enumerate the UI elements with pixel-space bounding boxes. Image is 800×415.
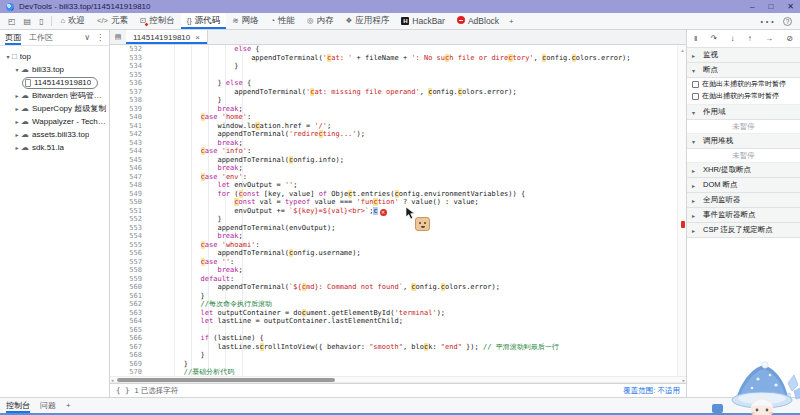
line-number[interactable]: 557 [110,258,150,267]
code-line[interactable]: 539 break; [110,105,686,114]
code-line[interactable]: 551 envOutput += `${key}=${val}<br>`;c✕ [110,207,686,216]
step-into-icon[interactable]: ↓ [731,35,735,43]
step-out-icon[interactable]: ↑ [748,35,752,43]
line-number[interactable]: 552 [110,215,150,224]
code-line[interactable]: 546 break; [110,164,686,173]
code-line[interactable]: 568 } [110,351,686,360]
code-line[interactable]: 570 //基础分析代码 [110,368,686,376]
line-number[interactable]: 532 [110,45,150,54]
line-number[interactable]: 544 [110,147,150,156]
code-line[interactable]: 541 window.location.href = '/'; [110,122,686,131]
code-line[interactable]: 557 case '': [110,258,686,267]
expanded-icon[interactable]: ▾ [4,53,12,60]
tab-sources[interactable]: {}源代码 [181,13,227,29]
line-number[interactable]: 538 [110,96,150,105]
scrollbar-thumb[interactable] [117,378,335,382]
line-number[interactable]: 566 [110,334,150,343]
line-number[interactable]: 556 [110,249,150,258]
line-number[interactable]: 543 [110,139,150,148]
drawer-add-tab-button[interactable]: + [66,398,71,413]
section-watch[interactable]: ▸监视 [687,48,800,63]
open-tabs-icon[interactable]: ▤ [110,30,126,44]
kebab-menu-icon[interactable]: ⋮ [96,33,104,42]
code-line[interactable]: 547 case 'env': [110,173,686,182]
line-number[interactable]: 570 [110,368,150,376]
line-number[interactable]: 539 [110,105,150,114]
tree-item[interactable]: ▾☁bili33.top [0,63,109,76]
code-line[interactable]: 555 case 'whoami': [110,241,686,250]
vertical-scrollbar[interactable]: ▴ [677,45,686,376]
line-number[interactable]: 536 [110,79,150,88]
code-line[interactable]: 553 appendToTerminal(envOutput); [110,224,686,233]
tab-close-icon[interactable]: × [195,33,200,42]
section-event-listener-breakpoints[interactable]: ▸事件监听器断点 [687,208,800,223]
code-line[interactable]: 564 let lastLine = outputContainer.lastE… [110,317,686,326]
tree-item[interactable]: ▸☁Bitwarden 密码管理器 [0,89,109,102]
code-line[interactable]: 565 [110,326,686,335]
error-marker[interactable] [681,221,685,228]
collapsed-icon[interactable]: ▸ [13,131,21,138]
line-number[interactable]: 568 [110,351,150,360]
tab-hackbar[interactable]: HHackBar [395,13,451,29]
line-number[interactable]: 549 [110,190,150,199]
pretty-print-icon[interactable]: { } [116,386,130,395]
line-number[interactable]: 534 [110,62,150,71]
step-icon[interactable]: → [765,35,773,43]
tab-console[interactable]: ⊡控制台 [134,13,181,29]
collapsed-icon[interactable]: ▸ [13,92,21,99]
code-line[interactable]: 550 const val = typeof value === 'functi… [110,198,686,207]
line-number[interactable]: 533 [110,54,150,63]
section-dom-breakpoints[interactable]: ▸DOM 断点 [687,178,800,193]
line-number[interactable]: 561 [110,292,150,301]
editor-tab[interactable]: 1145141919810 × [126,30,208,44]
tab-performance[interactable]: ◔性能 [265,13,302,29]
code-line[interactable]: 535 [110,71,686,80]
code-line[interactable]: 543 break; [110,139,686,148]
breakpoint-option[interactable]: 在抛出捕获的异常时暂停 [687,90,800,102]
code-line[interactable]: 538 } [110,96,686,105]
code-line[interactable]: 536 } else { [110,79,686,88]
line-number[interactable]: 569 [110,360,150,369]
code-line[interactable]: 548 let envOutput = ''; [110,181,686,190]
line-number[interactable]: 554 [110,232,150,241]
code-line[interactable]: 552 } [110,215,686,224]
pause-icon[interactable]: ‖ [694,35,697,43]
expanded-icon[interactable]: ▾ [13,66,21,73]
section-global-listeners[interactable]: ▸全局监听器 [687,193,800,208]
line-number[interactable]: 559 [110,275,150,284]
tab-welcome[interactable]: ⌂欢迎 [55,13,92,29]
tab-page[interactable]: 页面 [5,30,21,45]
tab-memory[interactable]: ◎内存 [301,13,340,29]
line-number[interactable]: 564 [110,317,150,326]
line-number[interactable]: 535 [110,71,150,80]
add-panel-button[interactable]: + [505,17,518,26]
inspect-icon[interactable]: ◰ [4,17,20,26]
code-line[interactable]: 558 break; [110,266,686,275]
breakpoint-option[interactable]: 在抛出未捕获的异常时暂停 [687,78,800,90]
line-number[interactable]: 550 [110,198,150,207]
coverage-link[interactable]: 覆盖范围: 不适用 [623,386,680,396]
checkbox[interactable] [692,81,699,88]
line-number[interactable]: 558 [110,266,150,275]
code-line[interactable]: 533 appendToTerminal('cat: ' + fileName … [110,54,686,63]
code-line[interactable]: 563 let outputContainer = document.getEl… [110,309,686,318]
line-number[interactable]: 555 [110,241,150,250]
code-line[interactable]: 537 appendToTerminal('cat: missing file … [110,88,686,97]
tree-item[interactable]: 1145141919810 [0,76,109,89]
tab-workspace[interactable]: 工作区 [29,30,53,45]
tree-item[interactable]: ▸☁SuperCopy 超级复制 [0,102,109,115]
line-number[interactable]: 565 [110,326,150,335]
code-line[interactable]: 566 if (lastLine) { [110,334,686,343]
tab-application[interactable]: ❖应用程序 [340,13,396,29]
deactivate-breakpoints-icon[interactable]: ⊘ [786,35,793,43]
line-number[interactable]: 537 [110,88,150,97]
device-phone-icon[interactable]: ▯ [35,17,47,26]
code-line[interactable]: 542 appendToTerminal('redirecting...'); [110,130,686,139]
code-line[interactable]: 569 } [110,360,686,369]
code-line[interactable]: 540 case 'home': [110,113,686,122]
tree-item[interactable]: ▸☁assets.bili33.top [0,128,109,141]
minimize-button[interactable]: – [750,0,754,13]
chevron-down-icon[interactable]: ∨ [84,33,90,42]
line-number[interactable]: 540 [110,113,150,122]
line-number[interactable]: 563 [110,309,150,318]
